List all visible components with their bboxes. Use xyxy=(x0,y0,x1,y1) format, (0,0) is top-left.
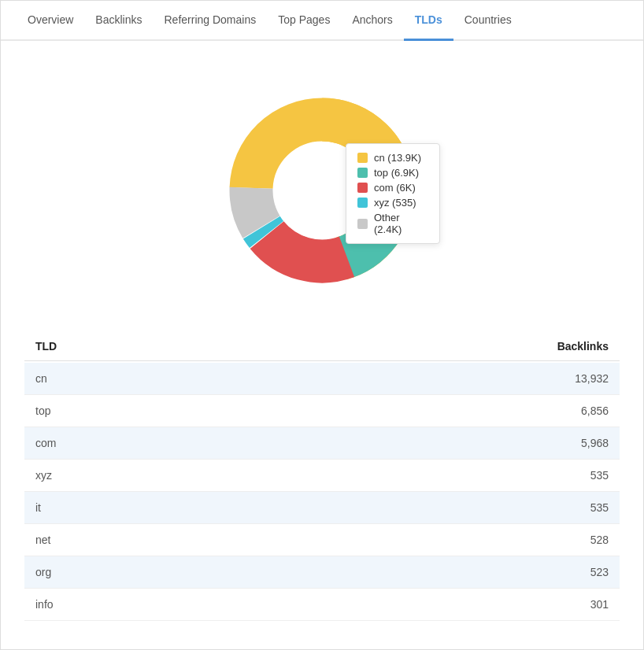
chart-area: cn (13.9K) top (6.9K) com (6K) xyz (535)… xyxy=(1,41,643,332)
tooltip-label-xyz: xyz (535) xyxy=(374,197,416,209)
tooltip-label-other: Other (2.4K) xyxy=(374,212,428,235)
nav-item-top-pages[interactable]: Top Pages xyxy=(267,1,341,41)
tld-cell: cn xyxy=(35,372,47,385)
tld-cell: info xyxy=(35,598,54,611)
swatch-xyz xyxy=(357,198,368,208)
swatch-cn xyxy=(357,153,368,163)
tld-cell: xyz xyxy=(35,469,52,482)
tooltip-row-other: Other (2.4K) xyxy=(357,212,428,235)
col-backlinks-header: Backlinks xyxy=(557,340,609,353)
tooltip-label-com: com (6K) xyxy=(374,182,416,194)
tld-cell: net xyxy=(35,534,50,546)
backlinks-cell: 301 xyxy=(590,598,609,611)
table-row: top 6,856 xyxy=(24,395,620,427)
tooltip-row-cn: cn (13.9K) xyxy=(357,152,428,164)
backlinks-cell: 5,968 xyxy=(581,437,609,449)
table-row: info 301 xyxy=(24,589,620,621)
tooltip-row-xyz: xyz (535) xyxy=(357,197,428,209)
tooltip-row-com: com (6K) xyxy=(357,182,428,194)
tld-cell: com xyxy=(35,437,56,449)
chart-tooltip: cn (13.9K) top (6.9K) com (6K) xyz (535)… xyxy=(346,143,440,244)
nav-item-referring-domains[interactable]: Referring Domains xyxy=(154,1,268,41)
swatch-other xyxy=(357,219,368,229)
swatch-top xyxy=(357,168,368,178)
tld-table: TLD Backlinks cn 13,932 top 6,856 com 5,… xyxy=(1,332,643,644)
table-row: it 535 xyxy=(24,492,620,524)
col-tld-header: TLD xyxy=(35,340,57,353)
table-row: cn 13,932 xyxy=(24,363,620,395)
nav-item-anchors[interactable]: Anchors xyxy=(341,1,403,41)
backlinks-cell: 535 xyxy=(590,501,609,514)
nav-item-overview[interactable]: Overview xyxy=(17,1,84,41)
backlinks-cell: 528 xyxy=(590,534,609,546)
tld-cell: org xyxy=(35,566,51,578)
tld-cell: top xyxy=(35,404,50,417)
table-row: net 528 xyxy=(24,524,620,556)
backlinks-cell: 13,932 xyxy=(575,372,609,385)
backlinks-cell: 535 xyxy=(590,469,609,482)
table-row: xyz 535 xyxy=(24,460,620,492)
backlinks-cell: 523 xyxy=(590,566,609,578)
backlinks-cell: 6,856 xyxy=(581,404,609,417)
tooltip-row-top: top (6.9K) xyxy=(357,167,428,179)
nav-item-backlinks[interactable]: Backlinks xyxy=(84,1,153,41)
tooltip-label-cn: cn (13.9K) xyxy=(374,152,421,164)
table-body: cn 13,932 top 6,856 com 5,968 xyz 535 it… xyxy=(24,363,620,621)
table-row: org 523 xyxy=(24,556,620,589)
nav-item-tlds[interactable]: TLDs xyxy=(404,1,453,41)
donut-chart: cn (13.9K) top (6.9K) com (6K) xyz (535)… xyxy=(204,72,440,308)
navigation: OverviewBacklinksReferring DomainsTop Pa… xyxy=(1,1,643,41)
tooltip-label-top: top (6.9K) xyxy=(374,167,419,179)
table-row: com 5,968 xyxy=(24,427,620,460)
swatch-com xyxy=(357,183,368,193)
table-header-row: TLD Backlinks xyxy=(24,332,620,361)
tld-cell: it xyxy=(35,501,41,514)
nav-item-countries[interactable]: Countries xyxy=(453,1,523,41)
